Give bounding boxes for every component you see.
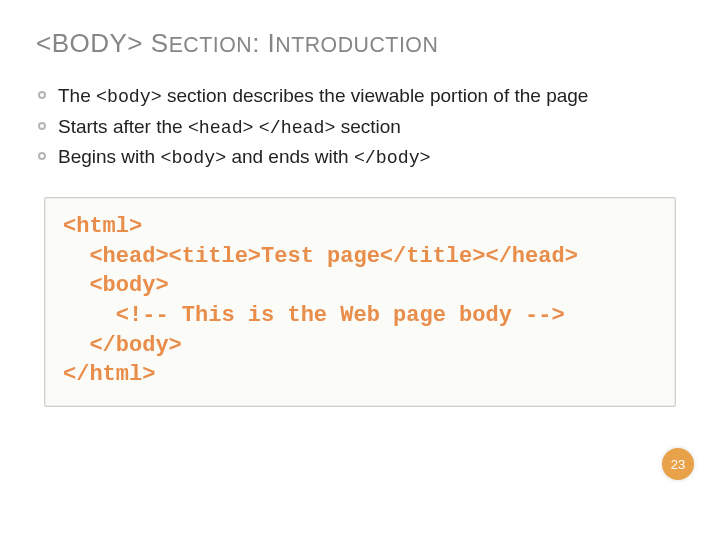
code-block: <html> <head><title>Test page</title></h… — [44, 197, 676, 407]
text: The — [58, 85, 96, 106]
slide-title: <BODY> SECTION: INTRODUCTION — [36, 28, 684, 59]
bullet-list: The <body> section describes the viewabl… — [36, 83, 684, 171]
text: Begins with — [58, 146, 160, 167]
text: section describes the viewable portion o… — [162, 85, 589, 106]
code-inline: </head> — [259, 118, 336, 138]
code-line: <!-- This is the Web page body --> — [63, 303, 565, 328]
code-line: </html> — [63, 362, 155, 387]
list-item: Begins with <body> and ends with </body> — [36, 144, 684, 171]
page-number: 23 — [671, 457, 685, 472]
code-inline: <body> — [96, 87, 162, 107]
code-inline: <body> — [160, 148, 226, 168]
text: and ends with — [226, 146, 354, 167]
code-line: <body> — [63, 273, 169, 298]
code-line: <html> — [63, 214, 142, 239]
page-number-badge: 23 — [662, 448, 694, 480]
code-line: </body> — [63, 333, 182, 358]
text: Starts after the — [58, 116, 188, 137]
slide: <BODY> SECTION: INTRODUCTION The <body> … — [0, 0, 720, 540]
text: section — [335, 116, 400, 137]
code-line: <head><title>Test page</title></head> — [63, 244, 578, 269]
list-item: The <body> section describes the viewabl… — [36, 83, 684, 110]
list-item: Starts after the <head> </head> section — [36, 114, 684, 141]
code-inline: </body> — [354, 148, 431, 168]
code-inline: <head> — [188, 118, 254, 138]
